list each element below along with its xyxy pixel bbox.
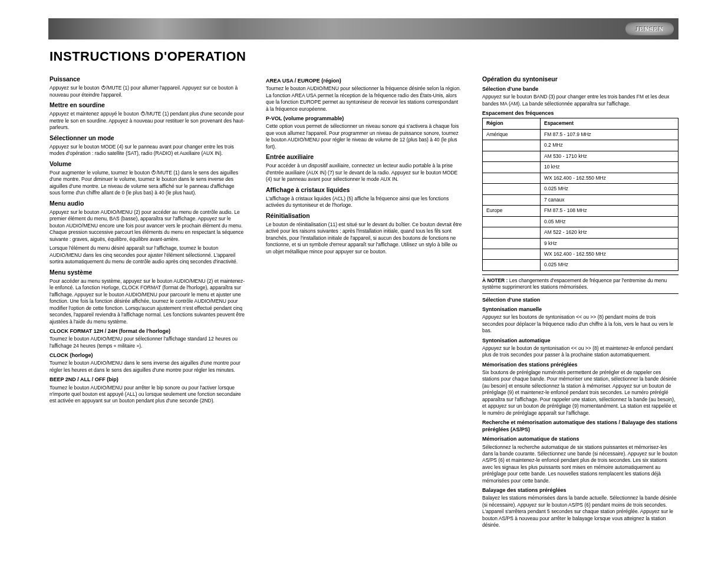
table-cell-spacing: AM 522 - 1620 kHz [541,227,678,238]
table-row: 0.025 MHz [483,184,678,194]
power-icon [101,85,106,91]
table-row: WX 162.400 - 162.550 MHz [483,173,678,183]
table-cell-region [483,162,541,173]
brand-logo: JENSEN [625,22,674,35]
table-cell-spacing: 10 kHz [541,162,678,173]
heading-beep: BEEP 2ND / ALL / OFF (bip) [50,376,246,383]
heading-volume: Volume [50,160,246,168]
heading-store-presets: Mémorisation des stations préréglées [482,361,678,368]
heading-scan: Balayage des stations préréglées [482,487,678,494]
horizontal-rule [482,293,678,294]
table-cell-spacing: 0.025 MHz [541,184,678,194]
para-audio-menu-1: Appuyez sur le bouton AUDIO/MENU (2) pou… [50,209,246,243]
para-mute: Appuyez et maintenez appuyé le bouton /M… [50,111,246,131]
note-block: À NOTER : Les changements d'espacement d… [482,275,678,294]
text: Pour augmenter le volume, tournez le bou… [50,170,151,176]
table-cell-spacing: FM 87.5 - 108 MHz [541,206,678,216]
table-cell-region [483,151,541,161]
heading-mode: Sélectionner un mode [50,134,246,142]
heading-audio-menu: Menu audio [50,199,246,207]
heading-power: Puissance [50,75,246,83]
note-text: Les changements d'espacement de fréquenc… [482,277,667,290]
table-cell-spacing: 7 canaux [541,194,678,205]
heading-tuner: Opération du syntoniseur [482,75,678,83]
heading-clock: CLOCK (horloge) [50,352,246,359]
heading-asps: Recherche et mémorisation automatique de… [482,419,678,433]
table-row: 9 kHz [483,238,678,249]
para-manual-tune: Appuyez sur les boutons de syntonisation… [482,314,678,334]
table-row: WX 162.400 - 162.550 MHz [483,249,678,260]
table-row: 10 kHz [483,162,678,173]
table-cell-region [483,216,541,227]
table-row: AmériqueFM 87.5 - 107.9 MHz [483,129,678,140]
para-area: Tournez le bouton AUDIO/MENU pour sélect… [266,85,462,113]
para-mode: Appuyez sur le bouton MODE (4) sur le pa… [50,144,246,157]
table-cell-spacing: 9 kHz [541,238,678,249]
heading-frequency-spacing: Espacement des fréquences [482,110,678,117]
table-cell-region [483,194,541,205]
para-clock: Tournez le bouton AUDIO/MENU dans le sen… [50,360,246,373]
table-cell-region: Europe [483,206,541,216]
power-icon [140,111,146,117]
note-label: À NOTER : [482,277,508,283]
table-cell-spacing: 0.025 MHz [541,260,678,270]
para-audio-menu-2: Lorsque l'élément du menu désiré apparaî… [50,245,246,265]
para-power: Appuyez sur le bouton /MUTE (1) pour all… [50,85,246,98]
heading-system-menu: Menu système [50,268,246,276]
table-cell-region [483,249,541,260]
column-2: AREA USA / EUROPE (région) Tournez le bo… [266,75,462,531]
table-row: 0.05 MHz [483,216,678,227]
table-row: EuropeFM 87.5 - 108 MHz [483,206,678,216]
table-cell-region [483,173,541,183]
table-cell-region: Amérique [483,129,541,140]
table-cell-region [483,260,541,270]
para-beep: Tournez le bouton AUDIO/MENU pour arrête… [50,385,246,405]
frequency-spacing-table: Région Espacement AmériqueFM 87.5 - 107.… [482,118,678,271]
table-cell-region [483,227,541,238]
table-cell-region [483,238,541,249]
content-columns: Puissance Appuyez sur le bouton /MUTE (1… [50,75,678,531]
table-row: AM 530 - 1710 kHz [483,151,678,161]
table-cell-region [483,184,541,194]
para-auto-tune: Appuyez sur le bouton de syntonisation <… [482,345,678,359]
table-cell-spacing: 0.2 MHz [541,140,678,151]
table-cell-spacing: WX 162.400 - 162.550 MHz [541,249,678,260]
heading-select-station: Sélection d'une station [482,296,678,303]
table-cell-spacing: AM 530 - 1710 kHz [541,151,678,161]
table-header-spacing: Espacement [541,118,678,129]
para-store-presets: Six boutons de préréglage numérotés perm… [482,369,678,416]
para-scan: Balayez les stations mémorisées dans la … [482,495,678,528]
para-band: Appuyez sur le bouton BAND (3) pour chan… [482,94,678,107]
text: Appuyez et maintenez appuyé le bouton [50,111,140,117]
heading-reset: Réinitialisation [266,211,462,220]
table-row: 7 canaux [483,194,678,205]
heading-auto-tune: Syntonisation automatique [482,337,678,344]
table-cell-spacing: WX 162.400 - 162.550 MHz [541,173,678,183]
horizontal-rule [482,275,678,275]
heading-pvol: P-VOL (volume programmable) [266,115,462,122]
heading-clock-format: CLOCK FORMAT 12H / 24H (format de l'horl… [50,328,246,335]
table-row: AM 522 - 1620 kHz [483,227,678,238]
table-row: 0.025 MHz [483,260,678,270]
column-1: Puissance Appuyez sur le bouton /MUTE (1… [50,75,246,531]
para-volume: Pour augmenter le volume, tournez le bou… [50,170,246,197]
column-3: Opération du syntoniseur Sélection d'une… [482,75,678,531]
para-lcd: L'affichage à cristaux liquides (ACL) (5… [266,196,462,209]
para-pvol: Cette option vous permet de sélectionner… [266,123,462,150]
para-clock-format: Tournez le bouton AUDIO/MENU pour sélect… [50,336,246,349]
para-autostore: Sélectionnez la recherche automatique de… [482,444,678,485]
text: Appuyez sur le bouton [50,85,101,91]
heading-manual-tune: Syntonisation manuelle [482,306,678,313]
heading-mute: Mettre en sourdine [50,101,246,109]
para-system-menu: Pour accéder au menu système, appuyez su… [50,278,246,325]
para-reset: Le bouton de réinitialisation (11) est s… [266,222,462,255]
heading-lcd: Affichage à cristaux liquides [266,186,462,194]
table-cell-spacing: 0.05 MHz [541,216,678,227]
table-cell-spacing: FM 87.5 - 107.9 MHz [541,129,678,140]
table-cell-region [483,140,541,151]
heading-aux: Entrée auxiliaire [266,153,462,161]
heading-area: AREA USA / EUROPE (région) [266,77,462,84]
table-header-region: Région [483,118,541,129]
page-title: INSTRUCTIONS D'OPERATION [50,49,728,64]
header-bar: JENSEN [48,18,678,39]
